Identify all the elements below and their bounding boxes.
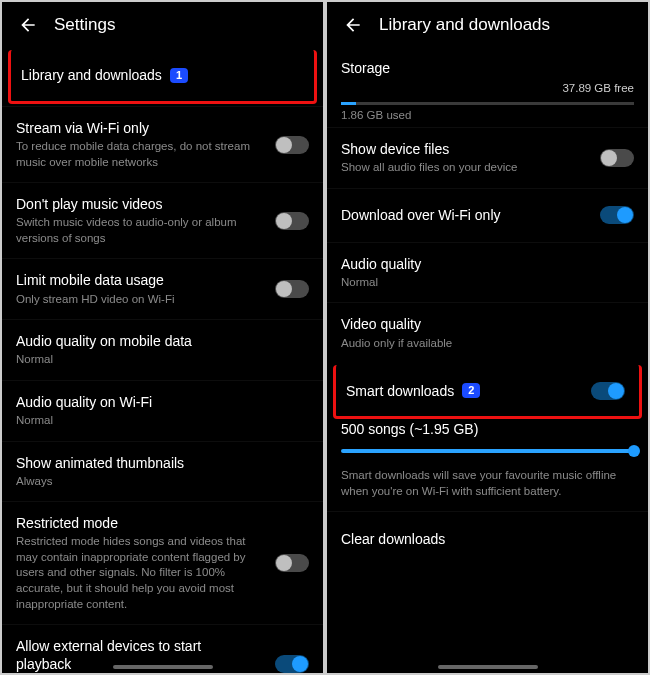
row-sub: To reduce mobile data charges, do not st… bbox=[16, 139, 309, 170]
row-title: Smart downloads bbox=[346, 382, 454, 400]
appbar: Settings bbox=[2, 2, 323, 48]
row-sub: Switch music videos to audio-only or alb… bbox=[16, 215, 309, 246]
setting-library-and-downloads[interactable]: Library and downloads 1 bbox=[8, 50, 317, 104]
setting-animated-thumbnails[interactable]: Show animated thumbnails Always bbox=[2, 441, 323, 502]
storage-heading: Storage bbox=[341, 60, 634, 76]
row-sub: Normal bbox=[16, 413, 309, 429]
row-title: Audio quality bbox=[341, 255, 634, 273]
appbar: Library and downloads bbox=[327, 2, 648, 48]
row-sub: Always bbox=[16, 474, 309, 490]
screen-library-downloads: Library and downloads Storage 37.89 GB f… bbox=[325, 0, 650, 675]
row-sub: Normal bbox=[341, 275, 634, 291]
row-title: Download over Wi-Fi only bbox=[341, 206, 634, 224]
row-title: Limit mobile data usage bbox=[16, 271, 309, 289]
storage-free: 37.89 GB free bbox=[341, 82, 634, 94]
gesture-bar bbox=[438, 665, 538, 669]
row-sub: Show all audio files on your device bbox=[341, 160, 634, 176]
setting-video-quality[interactable]: Video quality Audio only if available bbox=[327, 302, 648, 363]
back-icon[interactable] bbox=[335, 7, 371, 43]
setting-limit-mobile-data[interactable]: Limit mobile data usage Only stream HD v… bbox=[2, 258, 323, 319]
toggle-show-device-files[interactable] bbox=[600, 149, 634, 167]
setting-smart-downloads[interactable]: Smart downloads 2 bbox=[333, 365, 642, 419]
setting-restricted-mode[interactable]: Restricted mode Restricted mode hides so… bbox=[2, 501, 323, 624]
row-title: Stream via Wi-Fi only bbox=[16, 119, 309, 137]
toggle-limit-mobile-data[interactable] bbox=[275, 280, 309, 298]
slider-label: 500 songs (~1.95 GB) bbox=[341, 421, 634, 437]
setting-audio-quality-wifi[interactable]: Audio quality on Wi-Fi Normal bbox=[2, 380, 323, 441]
step-badge-1: 1 bbox=[170, 68, 188, 83]
toggle-download-wifi[interactable] bbox=[600, 206, 634, 224]
page-title: Library and downloads bbox=[379, 15, 550, 35]
step-badge-2: 2 bbox=[462, 383, 480, 398]
setting-audio-quality[interactable]: Audio quality Normal bbox=[327, 242, 648, 303]
gesture-bar bbox=[113, 665, 213, 669]
setting-dont-play-videos[interactable]: Don't play music videos Switch music vid… bbox=[2, 182, 323, 258]
row-sub: Only stream HD video on Wi-Fi bbox=[16, 292, 309, 308]
toggle-stream-wifi[interactable] bbox=[275, 136, 309, 154]
setting-download-wifi-only[interactable]: Download over Wi-Fi only bbox=[327, 188, 648, 242]
row-sub: Normal bbox=[16, 352, 309, 368]
page-title: Settings bbox=[54, 15, 115, 35]
setting-audio-quality-mobile[interactable]: Audio quality on mobile data Normal bbox=[2, 319, 323, 380]
row-title: Library and downloads bbox=[21, 66, 162, 84]
back-icon[interactable] bbox=[10, 7, 46, 43]
row-sub: Restricted mode hides songs and videos t… bbox=[16, 534, 309, 612]
row-title: Show animated thumbnails bbox=[16, 454, 309, 472]
slider-note: Smart downloads will save your favourite… bbox=[341, 467, 634, 499]
toggle-dont-play-videos[interactable] bbox=[275, 212, 309, 230]
setting-show-device-files[interactable]: Show device files Show all audio files o… bbox=[327, 127, 648, 188]
row-title: Clear downloads bbox=[341, 530, 634, 548]
smart-downloads-slider-block: 500 songs (~1.95 GB) Smart downloads wil… bbox=[327, 421, 648, 511]
screen-settings: Settings Library and downloads 1 Stream … bbox=[0, 0, 325, 675]
storage-bar bbox=[341, 102, 634, 105]
storage-section: Storage 37.89 GB free 1.86 GB used bbox=[327, 48, 648, 127]
toggle-external-devices[interactable] bbox=[275, 655, 309, 673]
row-title: Audio quality on Wi-Fi bbox=[16, 393, 309, 411]
row-title: Don't play music videos bbox=[16, 195, 309, 213]
toggle-smart-downloads[interactable] bbox=[591, 382, 625, 400]
slider-thumb[interactable] bbox=[628, 445, 640, 457]
row-title: Audio quality on mobile data bbox=[16, 332, 309, 350]
row-title: Video quality bbox=[341, 315, 634, 333]
smart-downloads-slider[interactable] bbox=[341, 449, 634, 453]
storage-used: 1.86 GB used bbox=[341, 109, 634, 121]
toggle-restricted-mode[interactable] bbox=[275, 554, 309, 572]
row-title: Restricted mode bbox=[16, 514, 309, 532]
setting-stream-wifi-only[interactable]: Stream via Wi-Fi only To reduce mobile d… bbox=[2, 106, 323, 182]
row-sub: Audio only if available bbox=[341, 336, 634, 352]
clear-downloads[interactable]: Clear downloads bbox=[327, 511, 648, 565]
row-title: Show device files bbox=[341, 140, 634, 158]
